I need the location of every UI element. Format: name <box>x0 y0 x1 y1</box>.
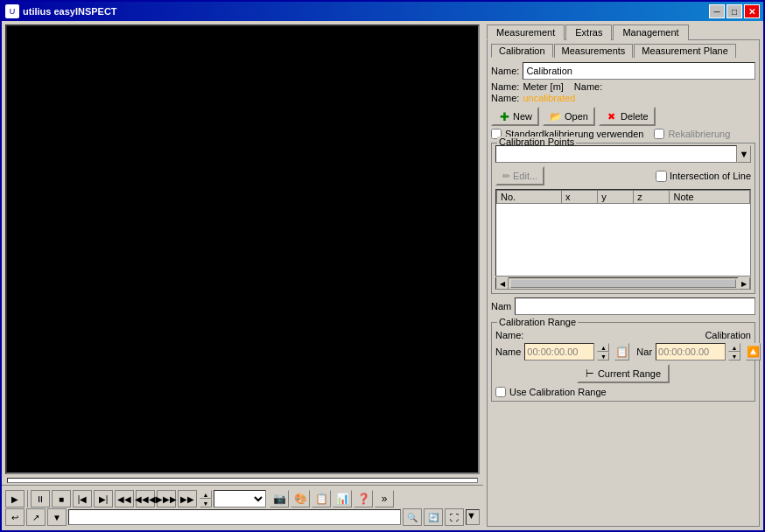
edit-button[interactable]: ✏ Edit... <box>495 166 544 186</box>
cal-points-dropdown[interactable] <box>495 145 737 163</box>
meter-row: Name: Meter [m] Name: <box>491 81 755 92</box>
subtab-measurement-plane[interactable]: Measurement Plane <box>634 44 735 58</box>
extra-btn-3[interactable]: ▼ <box>47 508 67 526</box>
name-row: Name: <box>491 62 755 80</box>
speed-down[interactable]: ▼ <box>200 499 212 508</box>
tool-btn-4[interactable]: 📊 <box>333 490 352 508</box>
name-time-spin-down[interactable]: ▼ <box>597 352 609 360</box>
new-icon: ✚ <box>498 110 510 122</box>
rewind-button[interactable]: ◀◀◀ <box>136 490 155 508</box>
tool-btn-2[interactable]: 🎨 <box>291 490 310 508</box>
meter-label: Name: <box>491 81 519 92</box>
nar-icon[interactable]: 🔼 <box>746 343 761 360</box>
speed-select[interactable] <box>214 490 266 508</box>
right-panel: Measurement Extras Management Calibratio… <box>483 21 763 530</box>
cal-range-group-label: Calibration Range <box>497 317 578 327</box>
window-controls: ─ □ ✕ <box>709 4 760 18</box>
window-title: utilius easyINSPECT <box>23 6 705 17</box>
current-range-row: ⊢ Current Range <box>495 364 751 383</box>
current-range-button[interactable]: ⊢ Current Range <box>577 364 670 383</box>
name2-label: Name: <box>574 81 602 92</box>
cal-range-time-row: Name ▲ ▼ 📋 Nar ▲ ▼ <box>495 343 751 360</box>
scroll-thumb[interactable] <box>510 279 736 288</box>
subtab-calibration[interactable]: Calibration <box>491 44 553 58</box>
cal-points-table: No. x y z Note <box>496 190 750 204</box>
nam-row: Nam <box>491 298 755 315</box>
prev-button[interactable]: ◀◀ <box>115 490 134 508</box>
cal-points-dropdown-arrow[interactable]: ▼ <box>737 145 751 163</box>
cal-points-group: Calibration Points ▼ ✏ Edit... <box>491 143 755 294</box>
app-icon: U <box>5 4 19 18</box>
tab-management[interactable]: Management <box>613 24 688 40</box>
use-cal-range-row: Use Calibration Range <box>495 387 751 397</box>
nar-time-spin-down[interactable]: ▼ <box>728 352 740 360</box>
action-buttons: ✚ New 📂 Open ✖ Delete <box>491 107 755 126</box>
meter-value: Meter [m] <box>523 81 563 92</box>
tool-btn-3[interactable]: 📋 <box>312 490 331 508</box>
delete-icon: ✖ <box>606 110 618 122</box>
edit-row: ✏ Edit... Intersection of Line <box>495 166 751 186</box>
nar-time-input[interactable] <box>656 343 726 360</box>
extra-btn-1[interactable]: ↩ <box>5 508 25 526</box>
scroll-right[interactable]: ▶ <box>738 277 750 290</box>
next-button[interactable]: ▶▶ <box>178 490 197 508</box>
status-row: Name: uncalibrated <box>491 93 755 103</box>
h-scrollbar[interactable]: ◀ ▶ <box>495 277 751 290</box>
name-time-input[interactable] <box>524 343 594 360</box>
stop-button[interactable]: ■ <box>52 490 71 508</box>
cal-points-table-container: No. x y z Note <box>495 189 751 276</box>
use-cal-range-checkbox[interactable] <box>495 387 506 397</box>
scroll-left[interactable]: ◀ <box>496 277 509 290</box>
zoom-btn[interactable]: 🔍 <box>403 508 422 526</box>
open-button[interactable]: 📂 Open <box>543 107 595 126</box>
nam-input[interactable] <box>515 298 755 315</box>
extra-btn-2[interactable]: ↗ <box>26 508 46 526</box>
cal-range-group: Calibration Range Name: Calibration Name… <box>491 322 755 402</box>
intersection-label: Intersection of Line <box>670 171 751 181</box>
name-time-spin-up[interactable]: ▲ <box>597 343 609 352</box>
recal-checkbox[interactable] <box>654 129 664 139</box>
name-label: Name: <box>491 66 519 76</box>
rotate-btn[interactable]: 🔄 <box>424 508 443 526</box>
video-panel <box>5 24 480 474</box>
fit-btn[interactable]: ⛶ <box>445 508 464 526</box>
tool-btn-5[interactable]: ❓ <box>354 490 373 508</box>
maximize-button[interactable]: □ <box>726 4 742 18</box>
open-label: Open <box>565 111 588 122</box>
close-button[interactable]: ✕ <box>744 4 760 18</box>
nar-time-spinner: ▲ ▼ <box>728 343 740 360</box>
new-label: New <box>513 111 532 122</box>
pause-button[interactable]: ⏸ <box>31 490 50 508</box>
main-content: ▶ ⏸ ■ |◀ ▶| ◀◀ ◀◀◀ ▶▶▶ ▶▶ ▲ ▼ <box>2 21 763 530</box>
recal-label: Rekalibrierung <box>668 129 730 139</box>
prev-frame-button[interactable]: |◀ <box>73 490 92 508</box>
tool-btn-6[interactable]: » <box>375 490 394 508</box>
name-time-spinner: ▲ ▼ <box>597 343 609 360</box>
main-window: U utilius easyINSPECT ─ □ ✕ ▶ ⏸ <box>0 0 765 532</box>
tab-extras[interactable]: Extras <box>565 24 612 40</box>
play-button[interactable]: ▶ <box>5 490 25 508</box>
tab-measurement[interactable]: Measurement <box>487 24 565 40</box>
cal-points-dropdown-row: ▼ <box>495 145 751 163</box>
video-area <box>7 26 478 472</box>
next-frame-button[interactable]: ▶| <box>94 490 113 508</box>
col-no: No. <box>497 191 562 204</box>
delete-button[interactable]: ✖ Delete <box>599 107 656 126</box>
nam-label: Nam <box>491 301 511 312</box>
status-value: uncalibrated <box>523 93 575 103</box>
delete-label: Delete <box>621 111 649 122</box>
name-input[interactable] <box>523 62 755 80</box>
speed-up[interactable]: ▲ <box>200 490 212 499</box>
view-dropdown[interactable]: ▼ <box>466 509 480 525</box>
controls-area: ▶ ⏸ ■ |◀ ▶| ◀◀ ◀◀◀ ▶▶▶ ▶▶ ▲ ▼ <box>2 485 483 530</box>
minimize-button[interactable]: ─ <box>709 4 725 18</box>
intersection-checkbox[interactable] <box>656 171 667 182</box>
tool-btn-1[interactable]: 📷 <box>270 490 289 508</box>
cal-range-cal-label: Calibration <box>705 330 751 340</box>
new-button[interactable]: ✚ New <box>491 107 539 126</box>
nar-time-spin-up[interactable]: ▲ <box>728 343 740 352</box>
progress-bar[interactable] <box>7 478 478 483</box>
fforward-button[interactable]: ▶▶▶ <box>157 490 176 508</box>
subtab-measurements[interactable]: Measurements <box>554 44 634 58</box>
cal-range-icon[interactable]: 📋 <box>614 343 629 360</box>
